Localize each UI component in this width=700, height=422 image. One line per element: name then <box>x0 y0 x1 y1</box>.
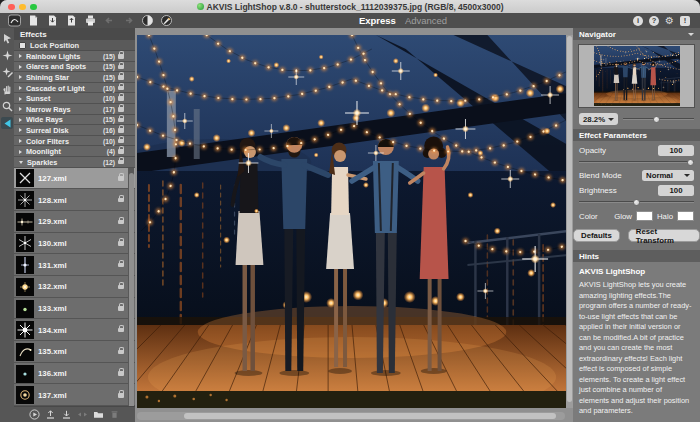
slider-handle[interactable] <box>653 116 660 123</box>
lock-icon[interactable] <box>118 118 124 123</box>
zoom-slider[interactable] <box>623 115 694 123</box>
new-image-button[interactable] <box>27 14 40 27</box>
sparkle-item-132[interactable]: 132.xml <box>14 276 135 298</box>
sparkle-item-127[interactable]: 127.xml <box>14 168 135 190</box>
lock-icon[interactable] <box>118 306 124 311</box>
halo-color-swatch[interactable] <box>677 211 694 221</box>
preferences-icon[interactable]: ⚙ <box>665 16 674 26</box>
lock-icon[interactable] <box>118 128 124 133</box>
expand-icon[interactable] <box>19 150 22 154</box>
tab-advanced[interactable]: Advanced <box>405 15 447 26</box>
effect-group-wide-rays[interactable]: Wide Rays(15) <box>14 115 135 126</box>
effects-scrollbar[interactable] <box>128 168 134 422</box>
reset-transform-button[interactable]: Reset Transform <box>628 229 700 242</box>
lock-icon[interactable] <box>118 241 124 246</box>
light-eraser-tool[interactable] <box>1 66 13 78</box>
maximize-window-button[interactable] <box>30 4 37 11</box>
print-button[interactable] <box>84 14 97 27</box>
effect-group-color-filters[interactable]: Color Filters(10) <box>14 136 135 147</box>
expand-icon[interactable] <box>19 86 22 90</box>
expand-icon[interactable] <box>19 54 22 58</box>
transform-tool[interactable] <box>1 32 13 44</box>
sparkle-item-134[interactable]: 134.xml <box>14 319 135 341</box>
sparkle-item-135[interactable]: 135.xml <box>14 341 135 363</box>
lock-icon[interactable] <box>118 393 124 398</box>
share-button[interactable] <box>160 14 173 27</box>
effect-group-cascade-of-light[interactable]: Cascade of Light(10) <box>14 83 135 94</box>
help-icon[interactable]: ? <box>649 16 659 26</box>
brightness-slider[interactable] <box>579 198 694 206</box>
lock-icon[interactable] <box>118 139 124 144</box>
lock-icon[interactable] <box>118 65 124 70</box>
effect-group-narrow-rays[interactable]: Narrow Rays(17) <box>14 104 135 115</box>
import-presets-button[interactable] <box>45 409 56 420</box>
collapse-icon[interactable] <box>19 161 23 164</box>
effect-group-moonlight[interactable]: Moonlight(4) <box>14 146 135 157</box>
light-brush-tool[interactable] <box>1 49 13 61</box>
lock-icon[interactable] <box>118 149 124 154</box>
expand-icon[interactable] <box>19 107 22 111</box>
scrollbar-thumb[interactable] <box>567 36 572 402</box>
lock-icon[interactable] <box>118 350 124 355</box>
lock-icon[interactable] <box>118 54 124 59</box>
expand-icon[interactable] <box>19 65 22 69</box>
sparkle-item-128[interactable]: 128.xml <box>14 189 135 211</box>
canvas-vertical-scrollbar[interactable] <box>566 35 573 408</box>
lock-icon[interactable] <box>118 328 124 333</box>
sparkle-item-130[interactable]: 130.xml <box>14 233 135 255</box>
lock-position-row[interactable]: Lock Position <box>14 40 135 51</box>
expand-icon[interactable] <box>19 128 22 132</box>
lock-icon[interactable] <box>118 263 124 268</box>
lock-icon[interactable] <box>118 198 124 203</box>
tab-express[interactable]: Express <box>359 15 396 26</box>
scrollbar-thumb[interactable] <box>184 413 556 419</box>
navigator-viewport[interactable] <box>578 44 695 108</box>
canvas-horizontal-scrollbar[interactable] <box>137 412 565 420</box>
brightness-value[interactable]: 100 <box>658 185 694 196</box>
effect-group-glares-and-spots[interactable]: Glares and Spots(15) <box>14 62 135 73</box>
defaults-button[interactable]: Defaults <box>573 229 620 242</box>
lock-position-checkbox[interactable] <box>19 42 26 49</box>
effect-group-shining-star[interactable]: Shining Star(15) <box>14 72 135 83</box>
zoom-tool[interactable] <box>1 100 13 112</box>
lock-icon[interactable] <box>118 86 124 91</box>
expand-icon[interactable] <box>19 118 22 122</box>
lock-icon[interactable] <box>118 176 124 181</box>
info-icon[interactable]: i <box>633 16 643 26</box>
photo-preview[interactable] <box>137 35 568 408</box>
toggle-effects-panel-icon[interactable] <box>1 117 13 129</box>
lock-icon[interactable] <box>118 285 124 290</box>
lock-icon[interactable] <box>118 220 124 225</box>
effect-group-surreal-disk[interactable]: Surreal Disk(16) <box>14 125 135 136</box>
workspace-icon[interactable] <box>8 14 21 27</box>
export-presets-button[interactable] <box>61 409 72 420</box>
zoom-dropdown[interactable]: 28.2% <box>579 113 618 125</box>
lock-icon[interactable] <box>118 371 124 376</box>
scrollbar-thumb[interactable] <box>129 173 134 417</box>
post-processing-button[interactable] <box>141 14 154 27</box>
opacity-value[interactable]: 100 <box>658 145 694 156</box>
effect-group-rainbow-lights[interactable]: Rainbow Lights(15) <box>14 51 135 62</box>
sparkle-item-136[interactable]: 136.xml <box>14 363 135 385</box>
minimize-window-button[interactable] <box>19 4 26 11</box>
effect-group-sunset[interactable]: Sunset(10) <box>14 93 135 104</box>
close-window-button[interactable] <box>8 4 15 11</box>
blend-mode-dropdown[interactable]: Normal <box>642 170 694 181</box>
lock-icon[interactable] <box>118 75 124 80</box>
sparkle-item-131[interactable]: 131.xml <box>14 254 135 276</box>
open-image-button[interactable] <box>46 14 59 27</box>
slider-handle[interactable] <box>633 199 640 206</box>
sparkle-item-133[interactable]: 133.xml <box>14 298 135 320</box>
effect-group-sparkles[interactable]: Sparkles(12) <box>14 157 135 168</box>
lock-icon[interactable] <box>118 160 124 165</box>
navigator-menu-icon[interactable] <box>688 33 694 36</box>
sparkle-item-129[interactable]: 129.xml <box>14 211 135 233</box>
expand-icon[interactable] <box>19 139 22 143</box>
hand-tool[interactable] <box>1 83 13 95</box>
expand-icon[interactable] <box>19 75 22 79</box>
feedback-icon[interactable]: ! <box>680 16 690 26</box>
save-image-button[interactable] <box>65 14 78 27</box>
lock-icon[interactable] <box>118 107 124 112</box>
glow-color-swatch[interactable] <box>636 211 653 221</box>
lock-icon[interactable] <box>118 96 124 101</box>
